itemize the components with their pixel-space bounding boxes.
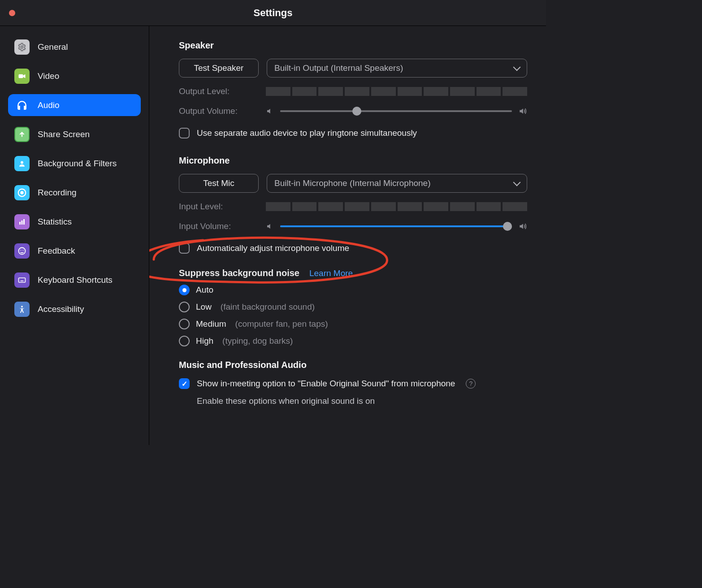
settings-window: Settings General Video Audio	[0, 0, 546, 445]
chevron-down-icon	[513, 63, 521, 71]
test-mic-button[interactable]: Test Mic	[179, 174, 259, 193]
window-title: Settings	[0, 7, 546, 19]
share-screen-icon	[14, 127, 30, 142]
suppress-radio-hint: (faint background sound)	[221, 302, 315, 312]
svg-rect-11	[19, 278, 26, 282]
svg-point-8	[19, 247, 26, 254]
sidebar-item-label: Feedback	[38, 246, 75, 256]
titlebar: Settings	[0, 0, 546, 26]
sidebar-item-general[interactable]: General	[8, 36, 141, 58]
output-volume-slider[interactable]	[266, 107, 527, 116]
sidebar-item-label: Recording	[38, 188, 77, 198]
sidebar-item-label: Share Screen	[38, 130, 90, 139]
sidebar-item-keyboard-shortcuts[interactable]: Keyboard Shortcuts	[8, 269, 141, 291]
show-original-sound-checkbox[interactable]	[179, 378, 190, 389]
content-pane: Speaker Test Speaker Built-in Output (In…	[149, 26, 546, 445]
svg-point-10	[23, 250, 24, 251]
sidebar-item-label: Background & Filters	[38, 159, 117, 169]
smiley-icon	[14, 243, 30, 259]
suppress-radio-label: Low	[196, 302, 212, 312]
sidebar-item-accessibility[interactable]: Accessibility	[8, 298, 141, 320]
auto-adjust-mic-label: Automatically adjust microphone volume	[197, 243, 349, 253]
test-speaker-button[interactable]: Test Speaker	[179, 59, 259, 78]
input-level-meter	[266, 202, 527, 211]
speaker-low-icon	[266, 222, 274, 230]
microphone-device-select[interactable]: Built-in Microphone (Internal Microphone…	[267, 174, 527, 193]
output-level-meter	[266, 87, 527, 96]
sidebar-item-label: Audio	[38, 100, 60, 110]
svg-point-2	[21, 161, 23, 164]
sidebar-item-feedback[interactable]: Feedback	[8, 240, 141, 262]
input-level-label: Input Level:	[179, 202, 266, 212]
suppress-radio-hint: (typing, dog barks)	[222, 336, 293, 346]
suppress-radio-auto[interactable]	[179, 285, 190, 295]
sidebar-item-label: General	[38, 42, 68, 52]
suppress-learn-more-link[interactable]: Learn More	[309, 268, 353, 278]
microphone-device-label: Built-in Microphone (Internal Microphone…	[274, 178, 431, 188]
speaker-device-select[interactable]: Built-in Output (Internal Speakers)	[267, 59, 527, 78]
suppress-radio-hint: (computer fan, pen taps)	[235, 319, 328, 329]
sidebar-item-label: Keyboard Shortcuts	[38, 275, 113, 285]
gear-icon	[14, 39, 30, 55]
svg-rect-1	[19, 74, 23, 78]
separate-ringtone-checkbox[interactable]	[179, 128, 190, 138]
record-icon	[14, 185, 30, 200]
separate-ringtone-label: Use separate audio device to play ringto…	[197, 128, 417, 138]
headphones-icon	[14, 98, 30, 113]
speaker-heading: Speaker	[179, 40, 527, 51]
auto-adjust-mic-checkbox[interactable]	[179, 243, 190, 254]
keyboard-icon	[14, 272, 30, 288]
sidebar-item-label: Accessibility	[38, 304, 84, 314]
svg-rect-6	[22, 220, 23, 225]
chevron-down-icon	[513, 178, 521, 186]
show-original-sound-label: Show in-meeting option to "Enable Origin…	[197, 379, 455, 389]
microphone-heading: Microphone	[179, 156, 527, 166]
video-icon	[14, 69, 30, 84]
music-audio-heading: Music and Professional Audio	[179, 360, 527, 370]
sidebar-item-share-screen[interactable]: Share Screen	[8, 123, 141, 145]
svg-point-9	[21, 250, 22, 251]
suppress-radio-medium[interactable]	[179, 319, 190, 329]
svg-point-0	[21, 46, 23, 48]
suppress-radio-label: Auto	[196, 285, 213, 295]
speaker-high-icon	[518, 107, 527, 116]
speaker-device-label: Built-in Output (Internal Speakers)	[274, 63, 403, 73]
sidebar-item-audio[interactable]: Audio	[8, 94, 141, 116]
suppress-radio-high[interactable]	[179, 336, 190, 346]
suppress-radio-low[interactable]	[179, 302, 190, 312]
bar-chart-icon	[14, 214, 30, 229]
speaker-low-icon	[266, 107, 274, 115]
help-icon[interactable]: ?	[466, 379, 476, 389]
sidebar-item-label: Video	[38, 71, 59, 81]
suppress-noise-heading: Suppress background noise	[179, 268, 299, 278]
svg-rect-5	[19, 222, 21, 225]
accessibility-icon	[14, 302, 30, 317]
sidebar-item-label: Statistics	[38, 217, 72, 227]
speaker-high-icon	[518, 222, 527, 231]
svg-point-4	[20, 191, 23, 194]
suppress-radio-label: High	[196, 336, 213, 346]
sidebar-item-background-filters[interactable]: Background & Filters	[8, 152, 141, 174]
output-volume-label: Output Volume:	[179, 106, 266, 116]
window-controls	[9, 10, 15, 16]
input-volume-slider[interactable]	[266, 222, 527, 231]
original-sound-hint: Enable these options when original sound…	[197, 396, 527, 406]
sidebar: General Video Audio Share Screen	[0, 26, 149, 445]
svg-point-16	[21, 306, 23, 307]
body: General Video Audio Share Screen	[0, 26, 546, 445]
suppress-radio-label: Medium	[196, 319, 226, 329]
close-window-button[interactable]	[9, 10, 15, 16]
sidebar-item-statistics[interactable]: Statistics	[8, 211, 141, 233]
svg-rect-7	[23, 219, 25, 225]
person-icon	[14, 156, 30, 171]
sidebar-item-video[interactable]: Video	[8, 65, 141, 87]
input-volume-label: Input Volume:	[179, 221, 266, 231]
output-level-label: Output Level:	[179, 86, 266, 96]
sidebar-item-recording[interactable]: Recording	[8, 182, 141, 203]
